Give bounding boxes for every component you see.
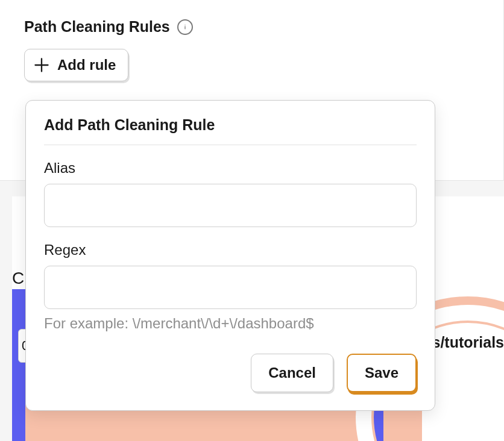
section-title: Path Cleaning Rules [24,18,170,36]
modal-title: Add Path Cleaning Rule [44,116,417,145]
svg-point-1 [184,24,185,25]
bg-truncated-letter: C [12,269,24,288]
section-title-row: Path Cleaning Rules [24,18,193,36]
bg-blue-bar [12,289,25,441]
info-icon[interactable] [177,19,193,35]
path-cleaning-section: Path Cleaning Rules Add rule [24,18,193,81]
alias-input[interactable] [44,184,417,227]
plus-icon [33,57,50,74]
regex-input[interactable] [44,266,417,309]
add-rule-button[interactable]: Add rule [24,49,128,81]
bg-url-fragment: s/tutorials [429,333,504,352]
save-button[interactable]: Save [347,354,417,392]
regex-hint: For example: \/merchant\/\d+\/dashboard$ [44,315,417,332]
modal-button-row: Cancel Save [44,354,417,392]
add-rule-label: Add rule [57,57,116,74]
regex-label: Regex [44,242,417,258]
add-path-cleaning-rule-modal: Add Path Cleaning Rule Alias Regex For e… [25,100,435,411]
alias-label: Alias [44,160,417,177]
cancel-button[interactable]: Cancel [251,354,333,392]
